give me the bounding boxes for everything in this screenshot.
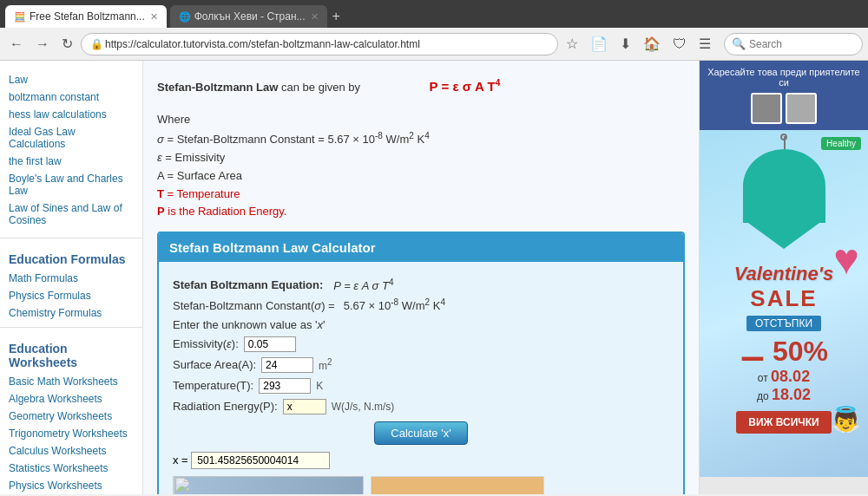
a-def: A = Surface Area <box>157 167 685 186</box>
temperature-label: Temperature(T): <box>173 379 253 392</box>
intro-text: Stefan-Boltzmann Law can be given by P =… <box>157 69 685 104</box>
shield-button[interactable]: 🛡 <box>668 35 691 54</box>
price-tag-ring <box>780 134 787 140</box>
forward-button[interactable]: → <box>31 35 54 54</box>
main-formula: P = ε σ A T4 <box>430 76 501 97</box>
calculate-button[interactable]: Calculate 'x' <box>374 421 467 445</box>
constant-row: Stefan-Boltzmann Constant(σ) = 5.67 × 10… <box>173 297 669 312</box>
address-bar[interactable]: 🔒 <box>81 33 558 55</box>
social-top: Харесайте това преди приятелите си <box>700 61 868 130</box>
bookmark-button[interactable]: ☆ <box>562 34 582 54</box>
avatar-1 <box>751 93 782 124</box>
ad-right <box>371 476 544 494</box>
result-row: x = <box>173 452 669 469</box>
sidebar-link-algebra[interactable]: Algebra Worksheets <box>0 390 142 408</box>
radiation-input[interactable] <box>283 399 326 414</box>
back-button[interactable]: ← <box>5 35 28 54</box>
tab-inactive[interactable]: 🌐 Фолкън Хеви - Стран... ✕ <box>170 5 327 28</box>
tab-favicon: 🧮 <box>14 11 26 23</box>
tab-close-active[interactable]: ✕ <box>150 11 158 23</box>
valentine-title: Valentine's <box>734 263 833 285</box>
result-label: x = <box>173 454 191 467</box>
sidebar-link-physics-worksheets[interactable]: Physics Worksheets <box>0 477 142 494</box>
new-tab-button[interactable]: + <box>332 9 340 24</box>
from-label: от 08.02 <box>758 368 810 386</box>
home-button[interactable]: 🏠 <box>639 34 665 54</box>
cta-button[interactable]: ВИЖ ВСИЧКИ <box>736 411 831 434</box>
unknown-text: Enter the unknown value as 'x' <box>173 318 326 331</box>
where-label: Where <box>157 111 685 129</box>
sidebar-link-boyle[interactable]: Boyle's Law and Charles Law <box>0 170 142 199</box>
sidebar: Law boltzmann constant hess law calculat… <box>0 61 143 494</box>
url-input[interactable] <box>105 38 549 50</box>
calc-body: Stefan Boltzmann Equation: P = ε A σ T4 … <box>159 262 683 494</box>
sidebar-link-law[interactable]: Law <box>0 71 142 88</box>
p-def: P is the Radiation Energy. <box>157 203 685 221</box>
equation-row: Stefan Boltzmann Equation: P = ε A σ T4 <box>173 277 669 292</box>
sidebar-link-first-law[interactable]: the first law <box>0 153 142 170</box>
avatar-2 <box>786 93 817 124</box>
tab2-favicon: 🌐 <box>179 11 191 23</box>
sidebar-divider-1 <box>0 238 142 238</box>
emissivity-input[interactable] <box>244 336 296 352</box>
t-def: T = Temperature <box>157 186 685 204</box>
temperature-input[interactable] <box>259 378 311 394</box>
sidebar-link-basic-math[interactable]: Basic Math Worksheets <box>0 373 142 390</box>
tab2-close[interactable]: ✕ <box>311 11 319 23</box>
search-icon: 🔍 <box>732 37 746 50</box>
radiation-row: Radiation Energy(P): W(J/s, N.m/s) <box>173 399 669 414</box>
right-panel: Харесайте това преди приятелите си Healt… <box>699 61 868 494</box>
temperature-unit: K <box>316 380 323 392</box>
browser-search-box[interactable]: 🔍 <box>724 33 863 55</box>
discount-value: ⚊ 50% <box>740 335 828 368</box>
sidebar-link-chemistry-formulas[interactable]: Chemistry Formulas <box>0 304 142 322</box>
sidebar-link-statistics[interactable]: Statistics Worksheets <box>0 460 142 477</box>
security-icon: 🔒 <box>90 38 103 50</box>
sidebar-link-geometry[interactable]: Geometry Worksheets <box>0 408 142 425</box>
tab-title-inactive: Фолкън Хеви - Стран... <box>194 10 306 23</box>
sale-text: SALE <box>750 285 817 312</box>
radiation-label: Radiation Energy(P): <box>173 400 278 413</box>
result-input[interactable] <box>191 452 330 469</box>
sidebar-link-boltzmann-constant[interactable]: boltzmann constant <box>0 88 142 106</box>
calculator-box: Stefan Boltzmann Law Calculator Stefan B… <box>157 232 685 494</box>
download-button[interactable]: ⬇ <box>615 34 635 54</box>
sidebar-link-calculus[interactable]: Calculus Worksheets <box>0 442 142 460</box>
unknown-note: Enter the unknown value as 'x' <box>173 318 669 331</box>
from-date: 08.02 <box>771 368 810 385</box>
reader-button[interactable]: 📄 <box>586 34 612 54</box>
sidebar-link-ideal-gas[interactable]: Ideal Gas Law Calculations <box>0 123 142 153</box>
sigma-def: σ = Stefan-Boltzmann Constant = 5.67 × 1… <box>157 129 685 149</box>
teal-heart-top <box>743 149 825 223</box>
equation-label: Stefan Boltzmann Equation: <box>173 278 323 291</box>
sidebar-divider-2 <box>0 327 142 328</box>
likes-text: Харесайте това преди приятелите си <box>707 67 861 124</box>
menu-button[interactable]: ☰ <box>694 34 715 54</box>
ad-left <box>173 476 364 494</box>
constant-value: 5.67 × 10-8 W/m2 K4 <box>344 297 445 312</box>
tab-bar: 🧮 Free Stefan Boltzmann... ✕ 🌐 Фолкън Хе… <box>0 0 868 28</box>
surface-row: Surface Area(A): m2 <box>173 357 669 373</box>
sidebar-link-hess[interactable]: hess law calculations <box>0 106 142 123</box>
main-content: Stefan-Boltzmann Law can be given by P =… <box>143 61 699 494</box>
sidebar-link-trig[interactable]: Trigonometry Worksheets <box>0 425 142 442</box>
intro-sentence: Stefan-Boltzmann Law can be given by <box>157 81 364 94</box>
emissivity-label: Emissivity(ε): <box>173 337 239 350</box>
refresh-button[interactable]: ↻ <box>57 34 77 54</box>
pink-heart: ♥ <box>833 234 859 284</box>
to-date: 18.02 <box>772 386 811 403</box>
epsilon-def: ε = Emissivity <box>157 149 685 167</box>
surface-input[interactable] <box>261 357 313 373</box>
tab-active[interactable]: 🧮 Free Stefan Boltzmann... ✕ <box>5 5 167 28</box>
discount-label: ОТСТЪПКИ <box>746 316 821 331</box>
search-input[interactable] <box>749 38 855 50</box>
sidebar-link-sines[interactable]: Law of Sines and Law of Cosines <box>0 199 142 229</box>
to-label: до 18.02 <box>757 386 811 404</box>
sidebar-link-math-formulas[interactable]: Math Formulas <box>0 270 142 287</box>
avatar-row <box>707 93 861 124</box>
tab-title-active: Free Stefan Boltzmann... <box>30 10 145 23</box>
temperature-row: Temperature(T): K <box>173 378 669 394</box>
sidebar-link-physics-formulas[interactable]: Physics Formulas <box>0 287 142 304</box>
page-container: Law boltzmann constant hess law calculat… <box>0 61 868 494</box>
ad-strip <box>173 476 669 494</box>
